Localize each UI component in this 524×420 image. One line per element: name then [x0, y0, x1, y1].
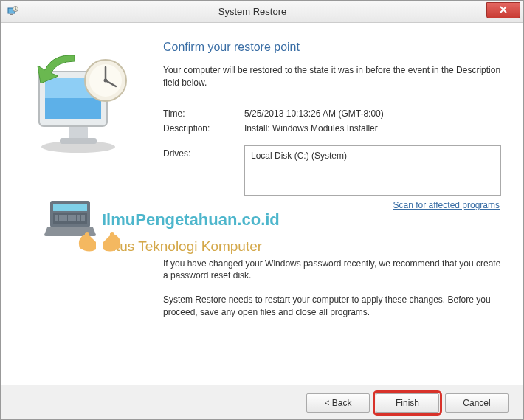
- cancel-button[interactable]: Cancel: [445, 393, 509, 413]
- svg-rect-5: [60, 138, 97, 144]
- description-row: Description: Install: Windows Modules In…: [163, 123, 501, 134]
- right-pane: Confirm your restore point Your computer…: [156, 23, 523, 385]
- svg-rect-1: [10, 14, 13, 15]
- restart-note: System Restore needs to restart your com…: [163, 294, 501, 319]
- password-note: If you have changed your Windows passwor…: [163, 258, 501, 283]
- finish-button[interactable]: Finish: [376, 393, 439, 413]
- back-button[interactable]: < Back: [306, 393, 370, 413]
- svg-rect-4: [69, 126, 88, 140]
- close-button[interactable]: [486, 2, 520, 18]
- intro-text: Your computer will be restored to the st…: [163, 64, 501, 89]
- description-value: Install: Windows Modules Installer: [244, 123, 501, 134]
- time-label: Time:: [163, 109, 244, 119]
- time-value: 5/25/2013 10:13:26 AM (GMT-8:00): [244, 109, 501, 119]
- description-label: Description:: [163, 123, 244, 134]
- close-icon: [500, 6, 507, 15]
- left-pane: [1, 23, 156, 385]
- app-icon: [7, 6, 18, 18]
- svg-point-11: [104, 79, 108, 83]
- button-bar: < Back Finish Cancel: [1, 385, 523, 420]
- window-title: System Restore: [18, 6, 486, 17]
- scan-programs-link[interactable]: Scan for affected programs: [244, 200, 501, 210]
- page-heading: Confirm your restore point: [163, 41, 501, 54]
- content-area: Confirm your restore point Your computer…: [1, 23, 523, 385]
- drives-listbox[interactable]: Local Disk (C:) (System): [244, 145, 501, 196]
- drives-row: Drives: Local Disk (C:) (System) Scan fo…: [163, 145, 501, 210]
- drive-item: Local Disk (C:) (System): [251, 151, 347, 161]
- drives-label: Drives:: [163, 145, 244, 210]
- restore-graphic-icon: [23, 52, 134, 156]
- time-row: Time: 5/25/2013 10:13:26 AM (GMT-8:00): [163, 109, 501, 119]
- titlebar: System Restore: [1, 1, 523, 23]
